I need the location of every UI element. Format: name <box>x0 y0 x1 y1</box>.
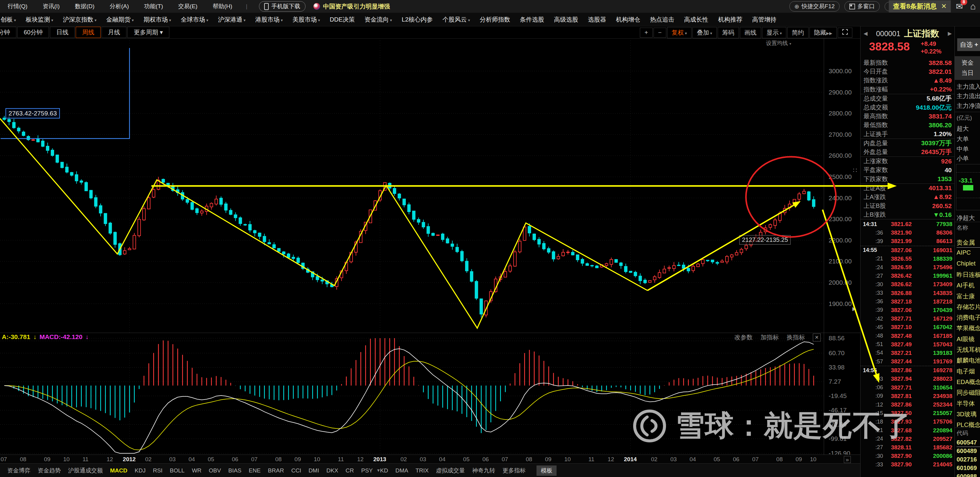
tab-神奇九转[interactable]: 神奇九转 <box>472 467 495 475</box>
quick-trade-button[interactable]: ⊕ 快捷交易F12 <box>789 1 840 11</box>
new-message-toast[interactable]: 查看8条新消息 ✕ <box>889 0 951 13</box>
menu-item-交易(E)[interactable]: 交易(E) <box>170 2 205 10</box>
macd-control-改参数[interactable]: 改参数 <box>734 333 752 342</box>
tab-WR[interactable]: WR <box>192 467 202 474</box>
tab-PSY[interactable]: PSY <box>361 467 373 474</box>
code-item-600489[interactable]: 600489 <box>956 448 980 455</box>
toolbar-item-分析师指数[interactable]: 分析师指数 <box>475 16 515 24</box>
macd-control-换指标[interactable]: 换指标 <box>787 333 805 342</box>
period-月线[interactable]: 月线 <box>102 27 126 38</box>
tab-KDJ[interactable]: KDJ <box>135 467 146 474</box>
mail-button[interactable]: ✉ 8 <box>956 2 963 11</box>
toolbar-item-板块监测[interactable]: 板块监测▾ <box>21 16 58 24</box>
toolbar-item-热点追击[interactable]: 热点追击 <box>645 16 679 24</box>
tool-复权[interactable]: 复权 ▾ <box>667 27 692 38</box>
sector-item-同步磁阻[interactable]: 同步磁阻 <box>956 389 980 397</box>
period-周线[interactable]: 周线 <box>76 27 100 38</box>
toolbar-item-港股市场[interactable]: 港股市场▾ <box>250 16 288 24</box>
tab-虚拟成交量[interactable]: 虚拟成交量 <box>436 467 465 475</box>
toolbar-item-资金流向[interactable]: 资金流向▾ <box>360 16 397 24</box>
candlestick-chart[interactable] <box>0 38 824 333</box>
zoom-in-button[interactable]: + <box>640 28 652 38</box>
tool-简约[interactable]: 简约 <box>787 27 808 38</box>
next-symbol-icon[interactable]: ▶ <box>948 30 952 37</box>
toolbar-item-高成长性[interactable]: 高成长性 <box>679 16 713 24</box>
macd-control-加指标[interactable]: 加指标 <box>760 333 779 342</box>
tool-显示[interactable]: 显示 ▾ <box>762 27 786 38</box>
code-item-600547[interactable]: 600547 <box>956 439 980 447</box>
toolbar-item-个股风云[interactable]: 个股风云▾ <box>438 16 475 24</box>
sector-item-AI眼镜[interactable]: AI眼镜 <box>956 335 980 343</box>
tab-资金趋势[interactable]: 资金趋势 <box>38 467 61 475</box>
period-分钟[interactable]: 分钟 <box>0 27 16 38</box>
tool-隐藏[interactable]: 隐藏▶▶ <box>810 27 837 38</box>
toolbar-item-高级选股[interactable]: 高级选股 <box>549 16 583 24</box>
toolbar-item-机构增仓[interactable]: 机构增仓 <box>611 16 645 24</box>
menu-item-功能(T)[interactable]: 功能(T) <box>137 2 170 10</box>
toolbar-item-期权市场[interactable]: 期权市场▾ <box>138 16 176 24</box>
fullscreen-button[interactable] <box>838 28 852 38</box>
multi-window-button[interactable]: 多窗口 <box>845 1 880 11</box>
menu-item-分析(A)[interactable]: 分析(A) <box>102 2 137 10</box>
period-日线[interactable]: 日线 <box>50 27 75 38</box>
toolbar-item-L2核心内参[interactable]: L2核心内参 <box>397 16 438 24</box>
zoom-out-button[interactable]: − <box>654 28 666 38</box>
toolbar-item-机构推荐[interactable]: 机构推荐 <box>713 16 747 24</box>
menu-item-行情(Q)[interactable]: 行情(Q) <box>0 2 35 10</box>
sector-item-存储芯片[interactable]: 存储芯片 <box>956 303 980 311</box>
tab-CR[interactable]: CR <box>345 467 354 474</box>
toolbar-item-高管增持[interactable]: 高管增持 <box>747 16 781 24</box>
sector-item-AIPC[interactable]: AIPC <box>956 249 980 256</box>
menu-item-帮助(H)[interactable]: 帮助(H) <box>205 2 240 10</box>
ma-settings-dropdown[interactable]: 设置均线 ▾ <box>766 40 791 47</box>
period-更多周期[interactable]: 更多周期 ▾ <box>127 27 169 38</box>
code-item-601069[interactable]: 601069 <box>956 464 980 472</box>
tab-模板[interactable]: 模板 <box>536 466 557 476</box>
period-60分钟[interactable]: 60分钟 <box>18 27 49 38</box>
toolbar-item-金融期货[interactable]: 金融期货▾ <box>102 16 139 24</box>
toolbar-item-DDE决策[interactable]: DDE决策 <box>325 16 360 24</box>
tab-OBV[interactable]: OBV <box>209 467 221 474</box>
prev-symbol-icon[interactable]: ◀ <box>864 30 867 37</box>
sector-item-富士康[interactable]: 富士康 <box>956 292 980 301</box>
announcement-banner[interactable]: 中国资产吸引力明显增强 <box>313 2 390 11</box>
sector-item-EDA概念[interactable]: EDA概念 <box>956 378 980 386</box>
sector-item-无线耳机[interactable]: 无线耳机 <box>956 346 980 354</box>
tick-list[interactable]: 14:313821.6277938:363821.9086306:393821.… <box>861 220 955 477</box>
splitter-grip-icon[interactable]: ∷ <box>853 167 857 174</box>
tab-DMI[interactable]: DMI <box>309 467 319 474</box>
collapse-icon[interactable]: ▼ <box>376 468 380 473</box>
tab-沪股通成交额[interactable]: 沪股通成交额 <box>68 467 103 475</box>
tab-BIAS[interactable]: BIAS <box>228 467 241 474</box>
tab-ENE[interactable]: ENE <box>249 467 261 474</box>
panel-expand-icon[interactable]: ▶ <box>852 306 856 312</box>
mobile-download-button[interactable]: 手机版下载 <box>259 1 305 11</box>
tab-RSI[interactable]: RSI <box>153 467 162 474</box>
tab-BRAR[interactable]: BRAR <box>268 467 284 474</box>
tool-筹码[interactable]: 筹码 <box>718 27 739 38</box>
tab-TRIX[interactable]: TRIX <box>415 467 429 474</box>
tab-BOLL[interactable]: BOLL <box>170 467 185 474</box>
tab-DMA[interactable]: DMA <box>396 467 408 474</box>
tab-资金博弈[interactable]: 资金博弈 <box>7 467 30 475</box>
toolbar-item-沪深港通[interactable]: 沪深港通▾ <box>213 16 250 24</box>
menu-item-资讯(I)[interactable]: 资讯(I) <box>35 2 67 10</box>
sector-item-消费电子[interactable]: 消费电子 <box>956 313 980 322</box>
sector-item-半导体[interactable]: 半导体 <box>956 399 980 408</box>
add-watchlist-button[interactable]: 自选 + <box>957 38 980 51</box>
tool-画线[interactable]: 画线 <box>740 27 761 38</box>
tool-叠加[interactable]: 叠加 ▾ <box>692 27 717 38</box>
toast-close-icon[interactable]: ✕ <box>941 2 947 10</box>
sector-item-3D玻璃[interactable]: 3D玻璃 <box>956 410 980 418</box>
more-dates-icon[interactable]: » <box>844 456 851 463</box>
toolbar-item-全球市场[interactable]: 全球市场▾ <box>176 16 213 24</box>
toolbar-item-创板[interactable]: 创板▾ <box>0 16 21 24</box>
sector-item-苹果概念[interactable]: 苹果概念 <box>956 324 980 332</box>
sector-item-贵金属[interactable]: 贵金属 <box>956 238 980 248</box>
menu-item-数据(D)[interactable]: 数据(D) <box>67 2 102 10</box>
toolbar-item-条件选股[interactable]: 条件选股 <box>515 16 549 24</box>
tab-MACD[interactable]: MACD <box>110 467 127 474</box>
sector-item-电子烟[interactable]: 电子烟 <box>956 367 980 375</box>
toolbar-item-选股器[interactable]: 选股器 <box>583 16 611 24</box>
macd-chart[interactable] <box>0 333 824 454</box>
